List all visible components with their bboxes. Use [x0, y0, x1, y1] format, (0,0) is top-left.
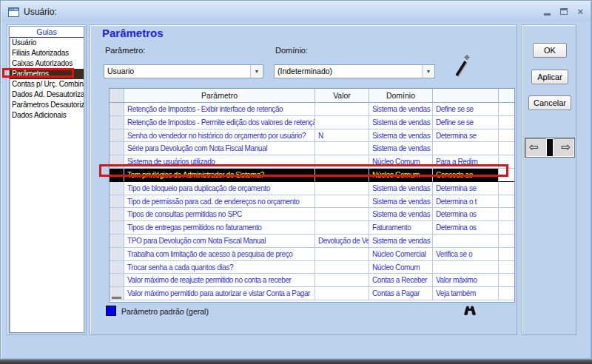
row-indicator: [110, 103, 124, 116]
cell-valor: [315, 182, 369, 195]
cancel-button[interactable]: Cancelar: [528, 95, 571, 110]
maximize-icon[interactable]: [560, 8, 568, 15]
apply-button[interactable]: Aplicar: [531, 70, 568, 84]
tabs-listbox: Guias UsuárioFiliais AutorizadasCaixas A…: [9, 26, 84, 333]
cell-valor: [315, 195, 369, 209]
cell-valor: [315, 155, 369, 169]
table-row[interactable]: Valor máximo de reajuste permitido no co…: [110, 274, 514, 287]
ok-button[interactable]: OK: [533, 43, 567, 58]
sidebar-item[interactable]: Filiais Autorizadas: [10, 48, 84, 58]
table-row[interactable]: Valor máximo permitido para autorizar e …: [110, 287, 514, 300]
row-indicator: [110, 182, 124, 195]
cell-extra: [499, 129, 514, 143]
table-row[interactable]: Tipo de permissão para cad. de endereços…: [110, 195, 514, 209]
window-title: Usuário:: [24, 7, 57, 17]
cell-dominio: Sistema de vendas: [369, 208, 433, 221]
cell-descricao: [433, 142, 499, 155]
cell-extra: [499, 287, 514, 300]
sidebar-header: Guias: [10, 27, 84, 38]
parameter-combobox-value: Usuario: [107, 67, 134, 75]
dialog-window: Usuário: × Guias UsuárioFiliais Autoriza…: [0, 0, 592, 360]
cell-parametro: Tem privilégios de Administrador do Sist…: [124, 169, 315, 182]
header-parametro: Parâmetro: [124, 89, 315, 102]
header-descricao: [433, 89, 499, 102]
cell-extra: [499, 221, 514, 235]
cell-valor: [315, 103, 369, 116]
row-indicator: [110, 155, 124, 169]
sidebar-item[interactable]: Parâmetros Desautorizados: [10, 100, 84, 110]
cell-descricao: Determina os: [433, 208, 499, 221]
cell-dominio: Núcleo Comercial: [369, 248, 433, 261]
cell-parametro: Tipos de consultas permitidas no SPC: [124, 208, 315, 221]
cell-extra: [499, 142, 514, 155]
minimize-icon[interactable]: [544, 13, 551, 16]
table-row[interactable]: Retenção de Impostos - Permite edição do…: [110, 116, 514, 129]
sidebar-item[interactable]: Parâmetros: [10, 69, 84, 79]
window-icon: [8, 7, 19, 16]
domain-combobox[interactable]: (Indeterminado) ▼: [274, 64, 435, 78]
domain-combobox-value: (Indeterminado): [278, 67, 332, 75]
chevron-down-icon[interactable]: ▼: [250, 65, 263, 78]
table-row[interactable]: Tipos de entregas permitidos no faturame…: [110, 221, 514, 235]
legend-swatch: [106, 306, 116, 316]
scrollbar-thumb[interactable]: [112, 297, 121, 299]
cell-dominio: Sistema de vendas: [369, 235, 433, 248]
sidebar-item[interactable]: Usuário: [10, 38, 84, 48]
sidebar-item[interactable]: Dados Ad. Desautorizados: [10, 90, 84, 100]
cell-dominio: Contas a Pagar: [369, 287, 433, 300]
close-icon[interactable]: ×: [577, 7, 583, 16]
table-row[interactable]: Trabalha com limitação de acesso à pesqu…: [110, 248, 514, 261]
cell-extra: [499, 116, 514, 129]
previous-record-icon[interactable]: ⇦: [529, 142, 539, 153]
cell-valor: [315, 261, 369, 274]
binoculars-icon[interactable]: [462, 304, 477, 316]
cell-parametro: Tipos de entregas permitidos no faturame…: [124, 221, 315, 235]
header-valor: Valor: [315, 89, 369, 102]
sidebar-item[interactable]: Dados Adicionais: [10, 110, 84, 121]
row-indicator: [110, 208, 124, 221]
cell-extra: [499, 261, 514, 274]
cell-descricao: [433, 235, 499, 248]
table-row[interactable]: Trocar senha a cada quantos dias?Núcleo …: [110, 261, 514, 274]
table-row[interactable]: Tem privilégios de Administrador do Sist…: [110, 169, 514, 182]
parameters-table: Parâmetro Valor Domínio Retenção de Impo…: [109, 88, 515, 303]
cell-extra: [499, 208, 514, 221]
titlebar: Usuário: ×: [1, 1, 591, 21]
cell-extra: [499, 274, 514, 287]
cell-extra: [499, 182, 514, 195]
cell-valor: N: [315, 129, 369, 143]
row-indicator: [110, 248, 124, 261]
cell-extra: [499, 155, 514, 169]
main-panel: Parâmetros Parâmetro: Usuario ▼ Domínio:…: [90, 24, 517, 335]
sidebar-item[interactable]: Contas p/ Urç. Combinadas: [10, 79, 84, 90]
table-row[interactable]: Senha do vendedor no histórico do orçame…: [110, 129, 514, 143]
table-row[interactable]: Sistema de usuários utilizadoNúcleo Comu…: [110, 155, 514, 169]
table-row[interactable]: Retenção de Impostos - Exibir interface …: [110, 103, 514, 116]
cell-valor: [315, 116, 369, 129]
cell-descricao: [433, 261, 499, 274]
magic-wand-icon[interactable]: [451, 53, 472, 78]
table-row[interactable]: TPO para Devolução com Nota Fiscal Manua…: [110, 235, 514, 248]
header-extra: [499, 89, 514, 102]
cell-extra: [499, 195, 514, 209]
cell-descricao: Determina se: [433, 129, 499, 143]
navigator-handle[interactable]: [546, 138, 554, 157]
cell-descricao: Define se se: [433, 103, 499, 116]
parameter-combobox[interactable]: Usuario ▼: [104, 64, 263, 78]
table-row[interactable]: Tipos de consultas permitidas no SPCSist…: [110, 208, 514, 221]
cell-descricao: Valor máximo: [433, 274, 499, 287]
cell-parametro: Valor máximo de reajuste permitido no co…: [124, 274, 315, 287]
row-indicator: [110, 129, 124, 143]
next-record-icon[interactable]: ⇨: [561, 142, 571, 153]
sidebar-item[interactable]: Caixas Autorizados: [10, 58, 84, 69]
table-row[interactable]: Série para Devolução com Nota Fiscal Man…: [110, 142, 514, 155]
cell-descricao: Verifica se o: [433, 248, 499, 261]
cell-valor: Devolução de Ver: [315, 235, 369, 248]
cell-extra: [499, 235, 514, 248]
chevron-down-icon[interactable]: ▼: [422, 65, 434, 78]
cell-parametro: Tipo de permissão para cad. de endereços…: [124, 195, 315, 209]
row-indicator: [110, 195, 124, 209]
table-row[interactable]: Tipo de bloqueio para duplicação de orça…: [110, 182, 514, 195]
cell-parametro: Série para Devolução com Nota Fiscal Man…: [124, 142, 315, 155]
cell-dominio: Contas a Receber: [369, 274, 433, 287]
